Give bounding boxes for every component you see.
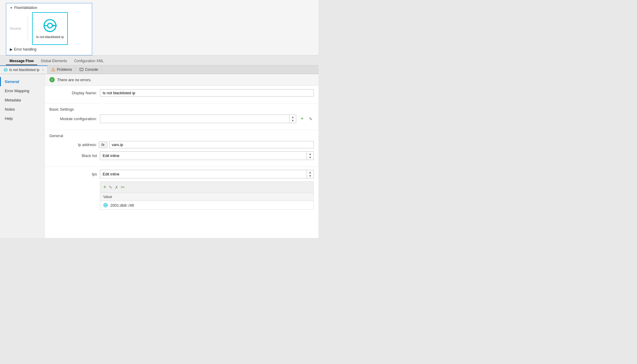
problems-label: Problems — [57, 68, 72, 72]
ip-address-row: Ip address: fx — [49, 141, 314, 148]
black-list-arrows-icon: ▲ ▼ — [307, 152, 313, 160]
sidebar-item-error-mapping[interactable]: Error Mapping — [0, 86, 44, 95]
svg-point-4 — [52, 25, 54, 26]
select-arrows-icon: ▲ ▼ — [289, 115, 296, 123]
ips-arrows-icon: ▲ ▼ — [307, 170, 313, 178]
display-name-section: Display Name: — [45, 86, 318, 103]
error-handling-arrow-icon: ▶ — [10, 47, 12, 51]
table-tools-button[interactable]: ✂ — [120, 183, 125, 191]
module-config-select[interactable] — [100, 115, 289, 122]
svg-point-11 — [53, 70, 54, 70]
error-handling-row[interactable]: ▶ Error handling — [10, 47, 88, 51]
sidebar-item-notes[interactable]: Notes — [0, 105, 44, 114]
black-list-row: Black list Edit inline ▲ ▼ — [49, 151, 314, 160]
module-config-label: Module configuration: — [49, 117, 97, 121]
display-name-label: Display Name: — [49, 91, 97, 95]
module-config-select-wrapper: ▲ ▼ — [100, 114, 296, 123]
no-errors-bar: ✓ There are no errors. — [45, 74, 318, 86]
display-name-input[interactable] — [100, 89, 314, 97]
table-cell-value: 2001:db8::/48 — [110, 203, 134, 208]
table-area: Value 2001:db8::/48 — [100, 193, 314, 210]
black-list-label: Black list — [49, 153, 97, 158]
no-errors-text: There are no errors. — [57, 78, 92, 82]
add-module-config-button[interactable]: + — [299, 116, 305, 122]
sub-tab-label: Is not blacklisted ip — [9, 68, 39, 72]
display-name-row: Display Name: — [49, 89, 314, 97]
module-config-row: Module configuration: ▲ ▼ + ✎ — [49, 114, 314, 123]
fx-button[interactable]: fx — [99, 142, 107, 148]
success-icon: ✓ — [49, 77, 55, 82]
edit-module-config-button[interactable]: ✎ — [308, 117, 314, 121]
panel-content: Is not blacklisted ip × Problems — [0, 65, 318, 238]
collapse-arrow-icon[interactable]: ▼ — [10, 6, 13, 10]
console-label: Console — [85, 68, 98, 72]
sub-tab-problems[interactable]: Problems — [48, 66, 76, 73]
ips-row: Ips Edit inline ▲ ▼ — [49, 170, 314, 178]
tab-row: Message Flow Global Elements Configurati… — [0, 56, 318, 65]
tab-message-flow[interactable]: Message Flow — [6, 57, 37, 65]
source-label: Source — [10, 26, 23, 31]
tab-global-elements[interactable]: Global Elements — [37, 57, 70, 65]
table-delete-button[interactable]: ✗ — [114, 183, 119, 191]
console-icon — [79, 68, 84, 72]
panel-area: Is not blacklisted ip × Problems — [0, 65, 318, 238]
panel-body: General Error Mapping Metadata Notes Hel… — [0, 74, 318, 238]
ips-label: Ips — [49, 172, 97, 176]
component-icon — [43, 18, 57, 33]
basic-settings-section: Basic Settings Module configuration: ▲ ▼ — [45, 103, 318, 130]
canvas-area: ▼ FlowValidation Source Is not blacklist… — [0, 0, 318, 56]
sub-tab-component-icon — [4, 68, 8, 72]
ips-section: Ips Edit inline ▲ ▼ — [45, 167, 318, 213]
error-handling-label: Error handling — [14, 47, 36, 51]
table-row[interactable]: 2001:db8::/48 — [100, 201, 313, 209]
left-sidebar: General Error Mapping Metadata Notes Hel… — [0, 74, 45, 238]
sidebar-item-metadata[interactable]: Metadata — [0, 95, 44, 105]
ips-select[interactable]: Edit inline — [100, 171, 307, 178]
flow-title: FlowValidation — [14, 6, 37, 10]
black-list-select[interactable]: Edit inline — [100, 152, 307, 159]
table-add-button[interactable]: + — [103, 183, 107, 191]
sidebar-item-help[interactable]: Help — [0, 114, 44, 123]
main-form: ✓ There are no errors. Display Name: Bas… — [45, 74, 318, 238]
inline-table-wrapper: + ✎ ✗ ✂ Value — [100, 181, 314, 210]
svg-point-16 — [105, 204, 106, 206]
basic-settings-title: Basic Settings — [49, 107, 314, 112]
component-box[interactable]: Is not blacklisted ip — [32, 12, 68, 45]
table-edit-button[interactable]: ✎ — [108, 183, 113, 191]
black-list-select-wrapper: Edit inline ▲ ▼ — [100, 151, 314, 160]
general-section: General Ip address: fx Black list Edit i… — [45, 130, 318, 167]
sub-tab-console[interactable]: Console — [76, 66, 102, 73]
table-header: Value — [100, 193, 313, 201]
flow-content: Source Is not blacklisted ip — [10, 12, 88, 45]
svg-point-1 — [48, 23, 52, 28]
sub-tabs-bar: Is not blacklisted ip × Problems — [0, 65, 318, 74]
svg-point-6 — [5, 69, 6, 70]
dashed-connector — [28, 17, 28, 40]
component-label: Is not blacklisted ip — [36, 35, 64, 39]
sub-tab-close-icon[interactable]: × — [42, 68, 44, 72]
row-component-icon — [103, 203, 108, 208]
sidebar-item-general[interactable]: General — [0, 77, 44, 86]
tab-configuration-xml[interactable]: Configuration XML — [70, 57, 107, 65]
flow-header: ▼ FlowValidation — [10, 6, 88, 10]
ip-address-input[interactable] — [109, 141, 314, 148]
sub-tab-is-not-blacklisted[interactable]: Is not blacklisted ip × — [0, 65, 48, 74]
ips-select-wrapper: Edit inline ▲ ▼ — [100, 170, 314, 178]
inline-toolbar: + ✎ ✗ ✂ — [100, 181, 314, 193]
ip-address-label: Ip address: — [49, 142, 97, 147]
problems-icon — [51, 68, 55, 72]
general-section-title: General — [49, 134, 314, 138]
flow-validation-box: ▼ FlowValidation Source Is not blacklist… — [6, 3, 92, 55]
